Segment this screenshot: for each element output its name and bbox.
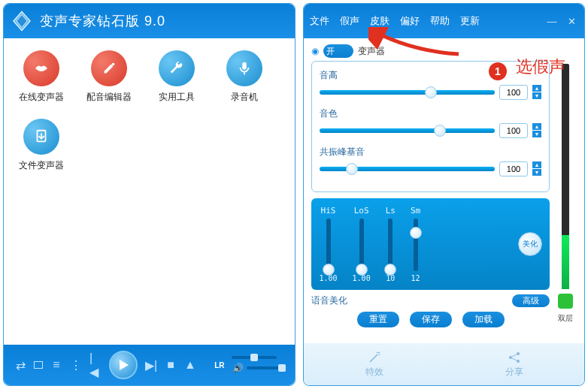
- svg-point-6: [509, 356, 512, 359]
- volume-slider[interactable]: [247, 366, 284, 369]
- lips-icon: [23, 50, 59, 86]
- eject-icon[interactable]: ▲: [184, 359, 196, 371]
- menu-skin[interactable]: 皮肤: [370, 14, 389, 28]
- online-voice-changer[interactable]: 在线变声器: [19, 50, 64, 104]
- eq-LoS-value: 1.00: [353, 274, 371, 282]
- menubar: 文件 假声 皮肤 偏好 帮助 更新 — ✕: [304, 4, 584, 38]
- formant-value[interactable]: 100: [499, 161, 528, 176]
- menu-falsetto[interactable]: 假声: [340, 14, 359, 28]
- timbre-down[interactable]: ▼: [532, 131, 541, 138]
- load-button[interactable]: 加载: [462, 312, 505, 327]
- next-icon[interactable]: ▶|: [145, 359, 157, 371]
- minimize-icon[interactable]: —: [545, 14, 559, 28]
- balance-slider[interactable]: [232, 356, 277, 359]
- shuffle-icon[interactable]: ⇄: [14, 359, 26, 371]
- pitch-slider[interactable]: [320, 90, 495, 95]
- eq-Ls-value: 10: [386, 274, 395, 282]
- formant-label: 共振峰基音: [320, 146, 541, 158]
- timbre-up[interactable]: ▲: [532, 123, 541, 131]
- voice-beauty-label: 语音美化: [311, 294, 347, 307]
- svg-marker-5: [120, 360, 129, 370]
- pitch-label: 音高: [320, 69, 541, 82]
- pitch-up[interactable]: ▲: [532, 85, 541, 92]
- svg-rect-3: [242, 62, 247, 70]
- menu-help[interactable]: 帮助: [430, 14, 450, 28]
- eq-HiS-slider[interactable]: [326, 219, 331, 271]
- bottom-tabs: 特效 分享: [304, 343, 584, 385]
- repeat-icon[interactable]: [34, 361, 43, 369]
- doc-icon: [23, 119, 59, 155]
- dual-layer-icon[interactable]: [558, 294, 573, 309]
- tool-label: 在线变声器: [19, 91, 64, 104]
- svg-point-8: [517, 360, 520, 363]
- play-button[interactable]: [109, 351, 138, 379]
- volume-icon[interactable]: 🔊: [232, 362, 244, 374]
- left-panel: 变声专家钻石版 9.0 在线变声器配音编辑器实用工具录音机文件变声器 ⇄ ≡ ⋮…: [3, 3, 296, 386]
- right-content: ◉ 开 变声器 音高100▲▼音色100▲▼共振峰基音100▲▼ HiS1.00…: [304, 38, 584, 343]
- effects-tab[interactable]: 特效: [365, 351, 383, 378]
- mic-icon: [226, 50, 262, 86]
- brush-icon: [91, 50, 127, 86]
- utilities[interactable]: 实用工具: [154, 50, 199, 104]
- close-icon[interactable]: ✕: [565, 14, 578, 28]
- file-voice-changer[interactable]: 文件变声器: [19, 119, 64, 172]
- pitch-down[interactable]: ▼: [532, 92, 541, 100]
- dub-editor[interactable]: 配音编辑器: [86, 50, 132, 104]
- titlebar: 变声专家钻石版 9.0: [4, 4, 295, 38]
- tool-label: 录音机: [231, 91, 258, 104]
- player-bar: ⇄ ≡ ⋮ |◀ ▶| ■ ▲ LR 🔊: [4, 345, 295, 385]
- stop-icon[interactable]: ■: [165, 359, 177, 371]
- advanced-button[interactable]: 高级: [512, 294, 550, 307]
- svg-point-2: [112, 63, 115, 66]
- tool-label: 实用工具: [159, 91, 195, 104]
- recorder[interactable]: 录音机: [222, 50, 267, 104]
- tool-label: 配音编辑器: [86, 91, 132, 104]
- beautify-button[interactable]: 美化: [518, 232, 542, 256]
- app-logo-icon: [11, 11, 32, 32]
- toggle-bullet: ◉: [311, 46, 319, 56]
- right-panel: 文件 假声 皮肤 偏好 帮助 更新 — ✕ ◉ 开 变声器 音高100▲▼音色1…: [303, 3, 585, 386]
- menu-file[interactable]: 文件: [310, 14, 329, 28]
- eq-LoS-slider[interactable]: [359, 219, 364, 271]
- app-title: 变声专家钻石版 9.0: [40, 12, 165, 30]
- settings-dots-icon[interactable]: ⋮: [70, 359, 82, 371]
- timbre-label: 音色: [320, 107, 541, 120]
- eq-LoS-label: LoS: [354, 206, 369, 216]
- svg-point-7: [517, 352, 520, 355]
- formant-down[interactable]: ▼: [532, 169, 541, 176]
- wrench-icon: [159, 50, 195, 86]
- pitch-value[interactable]: 100: [499, 85, 528, 100]
- wand-icon: [368, 351, 381, 364]
- eq-Ls-label: Ls: [386, 206, 396, 216]
- eq-box: HiS1.00LoS1.00Ls10Sm12美化: [311, 198, 550, 290]
- voice-changer-label: 变声器: [358, 45, 385, 58]
- eq-Sm-slider[interactable]: [414, 219, 418, 271]
- timbre-value[interactable]: 100: [499, 123, 528, 138]
- prev-icon[interactable]: |◀: [89, 359, 102, 371]
- sliders-box: 音高100▲▼音色100▲▼共振峰基音100▲▼: [311, 61, 550, 192]
- formant-up[interactable]: ▲: [532, 161, 541, 169]
- eq-HiS-value: 1.00: [319, 274, 337, 282]
- dual-layer-label: 双层: [558, 313, 573, 324]
- share-tab[interactable]: 分享: [505, 351, 523, 378]
- timbre-slider[interactable]: [320, 128, 495, 133]
- eq-Ls-slider[interactable]: [388, 219, 393, 271]
- formant-slider[interactable]: [320, 167, 495, 171]
- tools-grid: 在线变声器配音编辑器实用工具录音机文件变声器: [4, 38, 295, 345]
- lr-label: LR: [214, 361, 224, 369]
- share-icon: [508, 351, 521, 364]
- tool-label: 文件变声器: [19, 159, 64, 172]
- eq-Sm-label: Sm: [411, 206, 420, 216]
- eq-HiS-label: HiS: [321, 206, 336, 216]
- vu-meter: [562, 64, 569, 289]
- menu-pref[interactable]: 偏好: [400, 14, 420, 28]
- eq-Sm-value: 12: [411, 274, 420, 282]
- voice-changer-toggle[interactable]: 开: [323, 44, 353, 58]
- playlist-icon[interactable]: ≡: [50, 359, 62, 371]
- save-button[interactable]: 保存: [410, 312, 452, 327]
- menu-update[interactable]: 更新: [460, 14, 480, 28]
- reset-button[interactable]: 重置: [357, 312, 399, 327]
